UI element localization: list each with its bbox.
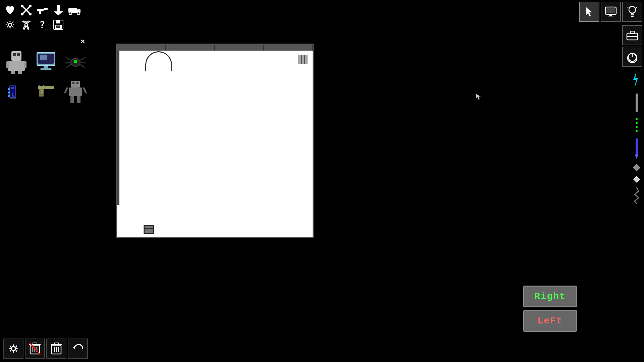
svg-rect-83	[609, 14, 612, 16]
canvas-left-bar	[117, 51, 119, 205]
blue-blade-item[interactable]	[634, 138, 640, 160]
svg-rect-9	[57, 5, 60, 11]
svg-marker-96	[633, 71, 638, 88]
cursor-tool-button[interactable]	[579, 2, 599, 22]
svg-rect-54	[41, 92, 43, 93]
undo-button[interactable]	[68, 339, 88, 359]
delete-button[interactable]	[46, 339, 66, 359]
entity-blue-device[interactable]	[3, 78, 30, 105]
svg-point-35	[74, 60, 77, 63]
svg-point-98	[636, 118, 638, 120]
svg-point-4	[29, 5, 32, 7]
svg-rect-87	[631, 16, 634, 17]
svg-rect-8	[39, 11, 41, 14]
svg-point-2	[21, 5, 23, 7]
crossbones-icon[interactable]	[19, 3, 33, 17]
canvas-arc-shape	[145, 51, 172, 71]
svg-point-15	[8, 23, 12, 26]
bottom-toolbar	[3, 339, 88, 359]
entity-yellow-device[interactable]	[33, 78, 59, 105]
left-direction-button[interactable]: LeFt	[523, 310, 577, 332]
svg-rect-7	[44, 8, 48, 10]
gray-rod-item[interactable]	[634, 93, 639, 113]
svg-point-65	[11, 347, 15, 351]
svg-rect-47	[10, 98, 16, 99]
svg-rect-21	[11, 51, 21, 61]
svg-rect-43	[11, 87, 14, 89]
svg-point-101	[636, 130, 638, 132]
svg-rect-78	[54, 343, 58, 345]
svg-point-14	[77, 12, 80, 15]
svg-line-39	[80, 57, 86, 60]
entity-blue-monitor[interactable]	[33, 49, 59, 75]
svg-rect-64	[77, 96, 80, 103]
direction-buttons: Right LeFt	[523, 286, 577, 332]
svg-point-48	[8, 88, 10, 90]
gear-icon[interactable]	[3, 18, 17, 32]
toolbar-row-1	[3, 3, 81, 17]
svg-point-3	[29, 13, 32, 15]
cyan-weapon-item[interactable]	[631, 70, 641, 89]
svg-line-36	[65, 57, 71, 60]
right-item-list	[631, 70, 642, 204]
svg-rect-82	[606, 8, 615, 13]
save-icon[interactable]	[52, 18, 65, 32]
svg-rect-63	[70, 96, 74, 103]
question-icon[interactable]: ?	[36, 18, 49, 32]
svg-rect-60	[69, 87, 82, 96]
canvas-top-bar	[117, 45, 313, 51]
truck-icon[interactable]	[68, 3, 81, 17]
right-side-panel	[622, 25, 642, 67]
svg-rect-6	[37, 9, 44, 11]
svg-rect-51	[38, 86, 54, 89]
briefcase-icon-button[interactable]	[622, 25, 642, 45]
toolbar-row-2: ?	[3, 18, 81, 32]
cursor-position	[475, 93, 478, 96]
svg-line-38	[66, 64, 71, 68]
right-direction-button[interactable]: Right	[523, 286, 577, 307]
biohazard-icon[interactable]	[19, 18, 33, 32]
svg-rect-97	[636, 94, 638, 112]
main-canvas[interactable]	[116, 44, 314, 238]
svg-rect-22	[13, 53, 16, 56]
svg-rect-23	[17, 53, 20, 56]
bulb-tool-button[interactable]	[622, 2, 642, 22]
svg-point-13	[69, 12, 72, 15]
svg-rect-102	[636, 138, 638, 155]
arrow-down-icon[interactable]	[52, 3, 65, 17]
svg-point-85	[629, 6, 636, 13]
power-icon-button[interactable]	[622, 47, 642, 67]
canvas-bottom-device[interactable]	[144, 225, 154, 234]
svg-line-37	[65, 62, 71, 63]
settings-bottom-button[interactable]	[3, 339, 23, 359]
svg-rect-53	[41, 90, 43, 91]
gun-icon[interactable]	[36, 3, 49, 17]
monitor-tool-button[interactable]	[601, 2, 621, 22]
diamond-white-item[interactable]	[633, 176, 640, 183]
zigzag-item[interactable]	[633, 187, 640, 204]
green-dots-item[interactable]	[634, 117, 639, 134]
svg-line-41	[80, 64, 85, 68]
svg-marker-10	[54, 11, 63, 15]
svg-rect-26	[24, 61, 26, 68]
svg-marker-105	[634, 176, 640, 182]
svg-rect-31	[44, 66, 48, 68]
svg-rect-33	[40, 55, 47, 60]
svg-rect-25	[6, 61, 9, 68]
svg-rect-18	[56, 20, 60, 23]
entity-spider-bot[interactable]	[62, 49, 89, 75]
entity-white-robot[interactable]	[3, 49, 30, 75]
entity-mech-unit[interactable]	[62, 78, 89, 105]
svg-point-50	[8, 95, 10, 97]
svg-marker-106	[476, 94, 481, 100]
svg-rect-86	[631, 14, 634, 15]
diamond-gray-item[interactable]	[633, 164, 641, 172]
svg-line-89	[636, 7, 637, 8]
svg-marker-104	[633, 164, 640, 171]
close-button[interactable]: ×	[80, 37, 85, 45]
canvas-grid-icon[interactable]	[298, 55, 308, 64]
heart-icon[interactable]	[3, 3, 17, 17]
svg-rect-84	[608, 16, 613, 16]
clear-all-button[interactable]	[25, 339, 45, 359]
top-toolbar: ?	[3, 3, 81, 32]
